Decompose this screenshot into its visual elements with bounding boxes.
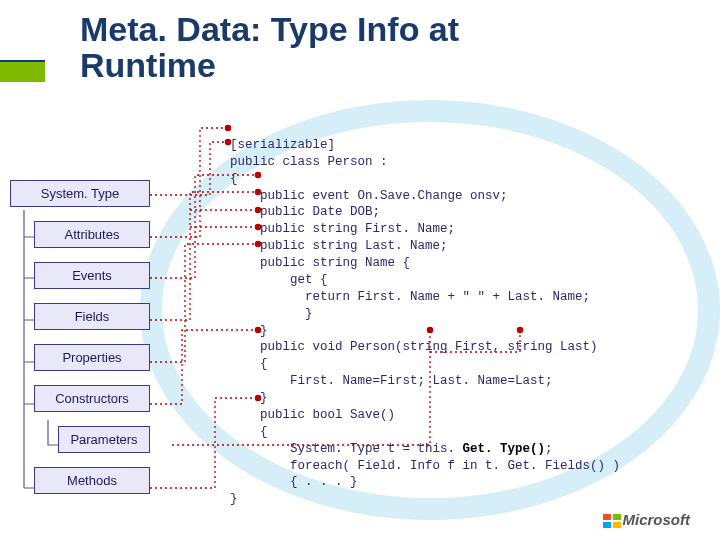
title-line-1: Meta. Data: Type Info at	[80, 10, 459, 48]
box-methods: Methods	[34, 467, 150, 494]
code-line: }	[230, 391, 268, 405]
code-line: { . . . }	[230, 475, 358, 489]
code-line: public bool Save()	[230, 408, 395, 422]
code-line: {	[230, 172, 238, 186]
code-line: public string First. Name;	[230, 222, 455, 236]
code-line: System. Type t = this. Get. Type();	[230, 442, 553, 456]
box-events: Events	[34, 262, 150, 289]
code-line: {	[230, 357, 268, 371]
code-line: return First. Name + " " + Last. Name;	[230, 290, 590, 304]
code-line: {	[230, 425, 268, 439]
microsoft-logo: Microsoft	[603, 511, 691, 528]
code-line: First. Name=First; Last. Name=Last;	[230, 374, 553, 388]
code-line: }	[230, 307, 313, 321]
code-line: public string Last. Name;	[230, 239, 448, 253]
box-properties: Properties	[34, 344, 150, 371]
code-line: }	[230, 324, 268, 338]
accent-bar	[0, 60, 45, 82]
code-line: public string Name {	[230, 256, 410, 270]
code-line: [serializable]	[230, 138, 335, 152]
box-attributes: Attributes	[34, 221, 150, 248]
page-title: Meta. Data: Type Info at Runtime	[80, 12, 459, 83]
box-parameters: Parameters	[58, 426, 150, 453]
code-line: foreach( Field. Info f in t. Get. Fields…	[230, 459, 620, 473]
code-line: }	[230, 492, 238, 506]
title-line-2: Runtime	[80, 46, 216, 84]
code-line: public event On.Save.Change onsv;	[230, 189, 508, 203]
box-system-type: System. Type	[10, 180, 150, 207]
code-block: [serializable] public class Person : { p…	[230, 120, 620, 508]
box-constructors: Constructors	[34, 385, 150, 412]
code-line: get {	[230, 273, 328, 287]
ms-logo-text: Microsoft	[623, 511, 691, 528]
ms-flag-icon	[603, 514, 621, 528]
code-line: public class Person :	[230, 155, 388, 169]
box-fields: Fields	[34, 303, 150, 330]
code-line: public Date DOB;	[230, 205, 380, 219]
code-line: public void Person(string First, string …	[230, 340, 598, 354]
gettype-call: Get. Type()	[463, 442, 546, 456]
reflection-boxes: System. Type Attributes Events Fields Pr…	[10, 180, 150, 508]
